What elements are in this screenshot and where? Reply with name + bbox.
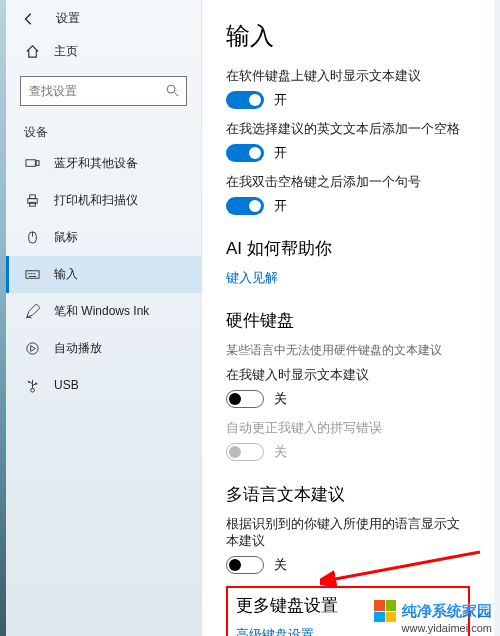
setting-label: 在软件键盘上键入时显示文本建议 [226, 68, 470, 85]
sidebar-item-usb[interactable]: USB [6, 367, 201, 403]
sidebar-section-devices: 设备 [6, 118, 201, 145]
sidebar-item-autoplay[interactable]: 自动播放 [6, 330, 201, 367]
toggle-state: 关 [274, 444, 287, 461]
watermark-logo-icon [374, 600, 396, 622]
sidebar-item-label: 打印机和扫描仪 [54, 192, 138, 209]
window-title: 设置 [56, 10, 80, 27]
usb-icon [24, 377, 40, 393]
sidebar-item-label: USB [54, 378, 79, 392]
toggle-state: 开 [274, 198, 287, 215]
toggle-add-period[interactable] [226, 197, 264, 215]
watermark-url: www.yidaimei.com [374, 622, 492, 634]
search-icon [165, 83, 179, 97]
printer-icon [24, 193, 40, 209]
toggle-state: 关 [274, 391, 287, 408]
sidebar-home[interactable]: 主页 [6, 33, 201, 70]
svg-rect-2 [36, 161, 39, 166]
sidebar-item-bluetooth[interactable]: 蓝牙和其他设备 [6, 145, 201, 182]
svg-point-16 [27, 380, 29, 382]
toggle-hw-suggestions[interactable] [226, 390, 264, 408]
sidebar-item-label: 蓝牙和其他设备 [54, 155, 138, 172]
pen-icon [24, 304, 40, 320]
hw-keyboard-desc: 某些语言中无法使用硬件键盘的文本建议 [226, 342, 470, 359]
svg-rect-17 [35, 382, 37, 384]
watermark-brand: 纯净系统家园 [402, 602, 492, 621]
svg-point-0 [167, 85, 175, 93]
sidebar-item-pen[interactable]: 笔和 Windows Ink [6, 293, 201, 330]
page-title: 输入 [226, 20, 470, 52]
watermark: 纯净系统家园 www.yidaimei.com [374, 600, 492, 634]
setting-label-disabled: 自动更正我键入的拼写错误 [226, 420, 470, 437]
section-ai: AI 如何帮助你 [226, 237, 470, 260]
mouse-icon [24, 230, 40, 246]
toggle-state: 开 [274, 92, 287, 109]
sidebar-item-printers[interactable]: 打印机和扫描仪 [6, 182, 201, 219]
svg-rect-1 [25, 160, 34, 167]
section-hardware-keyboard: 硬件键盘 [226, 309, 470, 332]
sidebar-item-typing[interactable]: 输入 [6, 256, 201, 293]
sidebar-item-mouse[interactable]: 鼠标 [6, 219, 201, 256]
toggle-state: 关 [274, 557, 287, 574]
search-input[interactable] [20, 76, 187, 106]
svg-point-14 [30, 388, 34, 392]
svg-point-13 [26, 343, 37, 354]
link-typing-insights[interactable]: 键入见解 [226, 270, 470, 287]
sidebar-item-label: 鼠标 [54, 229, 78, 246]
toggle-multilingual[interactable] [226, 556, 264, 574]
toggle-autocorrect [226, 443, 264, 461]
svg-rect-8 [25, 271, 38, 279]
back-button[interactable] [22, 12, 40, 26]
toggle-state: 开 [274, 145, 287, 162]
sidebar-item-label: 自动播放 [54, 340, 102, 357]
autoplay-icon [24, 341, 40, 357]
sidebar-item-label: 输入 [54, 266, 78, 283]
toggle-add-space[interactable] [226, 144, 264, 162]
toggle-sw-keyboard-suggestions[interactable] [226, 91, 264, 109]
svg-rect-4 [29, 195, 35, 199]
setting-label: 根据识别到的你键入所使用的语言显示文本建议 [226, 516, 470, 550]
bluetooth-icon [24, 156, 40, 172]
home-icon [24, 44, 40, 60]
setting-label: 在我双击空格键之后添加一个句号 [226, 174, 470, 191]
sidebar-home-label: 主页 [54, 43, 78, 60]
keyboard-icon [24, 267, 40, 283]
sidebar-item-label: 笔和 Windows Ink [54, 303, 149, 320]
section-multilingual: 多语言文本建议 [226, 483, 470, 506]
setting-label: 在我键入时显示文本建议 [226, 367, 470, 384]
setting-label: 在我选择建议的英文文本后添加一个空格 [226, 121, 470, 138]
